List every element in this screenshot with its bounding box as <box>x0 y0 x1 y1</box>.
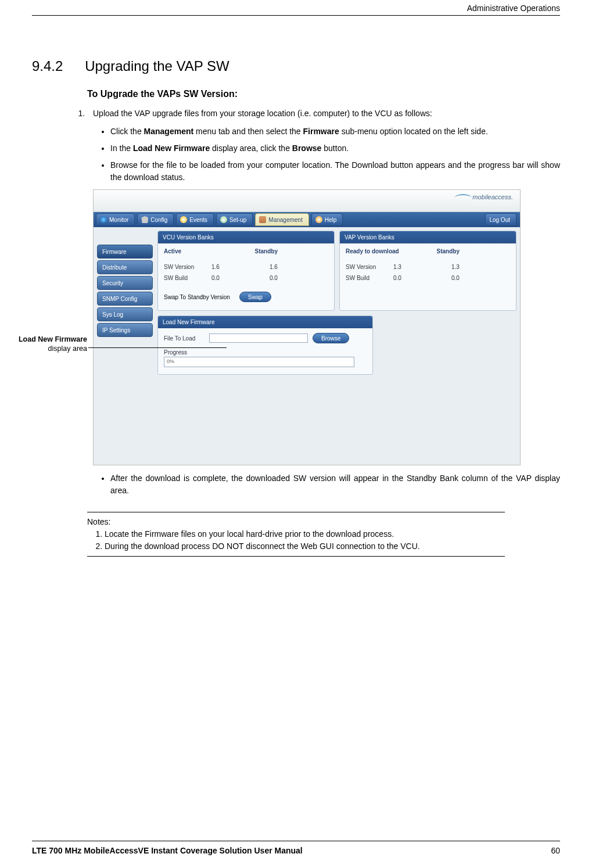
ss-topbar: mobileaccess. <box>94 190 520 212</box>
label: SW Build <box>164 274 200 282</box>
sidebar-item-distribute[interactable]: Distribute <box>97 260 153 274</box>
value-standby: 1.3 <box>451 263 460 271</box>
text-bold: Load New Firmware <box>133 144 210 153</box>
label: SW Version <box>164 263 200 271</box>
tab-setup[interactable]: Set-up <box>216 213 253 226</box>
tab-events[interactable]: Events <box>176 213 214 226</box>
config-icon <box>141 216 148 223</box>
value-active: 1.6 <box>211 263 235 271</box>
vcu-cols: Active Standby <box>158 243 334 260</box>
load-new-firmware-panel: Load New Firmware File To Load Browse Pr… <box>157 315 373 375</box>
swap-row: Swap To Standby Version Swap <box>164 292 328 302</box>
section-number: 9.4.2 <box>32 58 63 74</box>
label: SW Version <box>346 263 382 271</box>
text: Click the <box>110 127 144 136</box>
sidebar-item-ip[interactable]: IP Settings <box>97 323 153 337</box>
sidebar-item-syslog[interactable]: Sys Log <box>97 307 153 321</box>
notes-heading: Notes: <box>87 516 505 528</box>
file-to-load-input[interactable] <box>209 333 308 343</box>
bullet-load-new-browse: In the Load New Firmware display area, c… <box>110 142 560 155</box>
progress-bar: 0% <box>164 357 354 367</box>
vap-cols: Ready to download Standby <box>340 243 516 260</box>
logout-label: Log Out <box>489 216 510 224</box>
notes-block: Notes: Locate the Firmware files on your… <box>87 516 505 553</box>
progress-label: Progress <box>164 348 367 357</box>
note-2: During the download process DO NOT disco… <box>105 540 505 553</box>
vap-row-version: SW Version 1.3 1.3 <box>346 263 510 271</box>
browse-button[interactable]: Browse <box>313 333 349 343</box>
callout-leader-line <box>88 347 227 348</box>
logout-button[interactable]: Log Out <box>485 213 516 226</box>
footer-title: LTE 700 MHz MobileAccessVE Instant Cover… <box>32 846 303 855</box>
logo-swoosh-icon <box>455 194 471 201</box>
footer-rule <box>32 841 560 841</box>
tab-label: Set-up <box>229 216 246 224</box>
embedded-screenshot: mobileaccess. Monitor Config Events Set-… <box>93 189 521 465</box>
monitor-icon <box>100 216 107 223</box>
bullet-management-firmware: Click the Management menu tab and then s… <box>110 125 560 138</box>
text: button. <box>321 144 349 153</box>
tab-config[interactable]: Config <box>137 213 174 226</box>
tab-label: Config <box>150 216 167 224</box>
ss-main-menu: Monitor Config Events Set-up Management … <box>94 212 520 227</box>
value-active: 0.0 <box>211 274 235 282</box>
section-subtitle: To Upgrade the VAPs SW Version: <box>87 89 560 99</box>
page-footer: LTE 700 MHz MobileAccessVE Instant Cover… <box>32 846 560 855</box>
load-panel-title: Load New Firmware <box>158 316 372 328</box>
section-heading: 9.4.2 Upgrading the VAP SW <box>32 56 560 75</box>
value-standby: 0.0 <box>451 274 460 282</box>
sidebar-item-snmp[interactable]: SNMP Config <box>97 292 153 306</box>
section-title: Upgrading the VAP SW <box>85 58 229 74</box>
setup-icon <box>220 216 227 223</box>
steps-list: Upload the VAP upgrade files from your s… <box>87 107 560 497</box>
bullet-after-download: After the download is complete, the down… <box>110 472 560 497</box>
step-1-bullets: Click the Management menu tab and then s… <box>110 125 560 184</box>
tab-monitor[interactable]: Monitor <box>96 213 135 226</box>
ss-panels: VCU Version Banks Active Standby SW Vers… <box>157 231 516 379</box>
sidebar-item-security[interactable]: Security <box>97 276 153 290</box>
vcu-row-build: SW Build 0.0 0.0 <box>164 274 328 282</box>
step-1: Upload the VAP upgrade files from your s… <box>87 107 560 497</box>
vcu-version-banks-panel: VCU Version Banks Active Standby SW Vers… <box>157 231 335 311</box>
text: sub-menu option located on the left side… <box>339 127 488 136</box>
swap-label: Swap To Standby Version <box>164 293 230 302</box>
vap-col-standby: Standby <box>437 247 511 256</box>
text: menu tab and then select the <box>193 127 303 136</box>
help-icon <box>315 216 322 223</box>
notes-list: Locate the Firmware files on your local … <box>105 528 505 553</box>
vcu-panel-title: VCU Version Banks <box>158 231 334 243</box>
tab-label: Management <box>268 216 302 224</box>
file-to-load-row: File To Load Browse <box>164 333 367 343</box>
sidebar-item-firmware[interactable]: Firmware <box>97 245 153 259</box>
file-label: File To Load <box>164 334 204 343</box>
tab-label: Help <box>325 216 337 224</box>
note-1: Locate the Firmware files on your local … <box>105 528 505 540</box>
callout-bold: Load New Firmware <box>19 335 87 343</box>
value-standby: 0.0 <box>270 274 278 282</box>
label: SW Build <box>346 274 382 282</box>
value-ready: 0.0 <box>393 274 417 282</box>
notes-rule-bottom <box>87 556 505 557</box>
swap-button[interactable]: Swap <box>239 292 271 302</box>
vcu-row-version: SW Version 1.6 1.6 <box>164 263 328 271</box>
value-ready: 1.3 <box>393 263 417 271</box>
ss-sidebar: Firmware Distribute Security SNMP Config… <box>97 245 153 337</box>
tab-management[interactable]: Management <box>255 213 308 226</box>
tab-label: Events <box>189 216 207 224</box>
text-bold: Firmware <box>303 127 339 136</box>
callout-rest: display area <box>48 345 87 353</box>
vcu-col-active: Active <box>164 247 238 256</box>
vap-col-ready: Ready to download <box>346 247 419 256</box>
notes-rule-top <box>87 512 505 512</box>
vcu-col-standby: Standby <box>255 247 329 256</box>
progress-row: Progress 0% <box>164 348 367 367</box>
step-1-bullets-after: After the download is complete, the down… <box>110 472 560 497</box>
page-header-right: Administrative Operations <box>32 0 560 16</box>
value-standby: 1.6 <box>270 263 278 271</box>
events-icon <box>180 216 187 223</box>
version-banks-row: VCU Version Banks Active Standby SW Vers… <box>157 231 516 311</box>
screenshot-wrapper: Load New Firmware display area mobileacc… <box>93 189 560 465</box>
page-number: 60 <box>551 846 560 855</box>
text: In the <box>110 144 133 153</box>
tab-help[interactable]: Help <box>311 213 343 226</box>
